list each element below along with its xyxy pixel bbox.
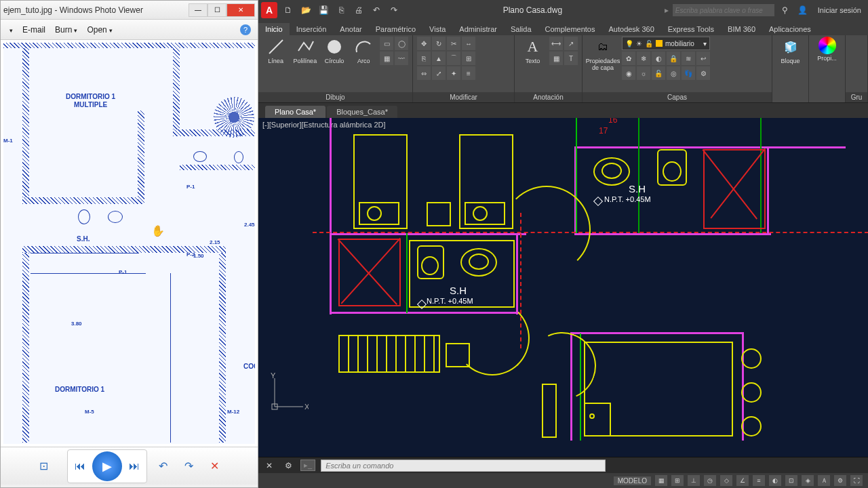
tool-stretch-icon[interactable]: ⇔	[417, 66, 431, 80]
qat-redo-icon[interactable]: ↷	[387, 3, 401, 17]
tab-inicio[interactable]: Inicio	[258, 23, 290, 35]
tab-vista[interactable]: Vista	[422, 23, 452, 35]
tool-ellipse-icon[interactable]: ◯	[395, 37, 408, 50]
maximize-button[interactable]: ☐	[208, 3, 226, 17]
panel-title-anotacion[interactable]: Anotación	[515, 92, 582, 102]
tool-scale-icon[interactable]: ⤢	[432, 66, 446, 80]
tool-arco[interactable]: Arco	[351, 37, 377, 65]
layer-freeze-icon[interactable]: ❄	[637, 52, 650, 65]
qat-open-icon[interactable]: 📂	[299, 3, 313, 17]
open-menu[interactable]: Open▾	[87, 25, 112, 35]
tool-rect-icon[interactable]: ▭	[380, 37, 393, 50]
qat-plot-icon[interactable]: 🖨	[352, 3, 366, 17]
next-button[interactable]: ⏭	[125, 457, 144, 476]
layer-state-icon[interactable]: ⚙	[696, 66, 710, 80]
layer-cur-icon[interactable]: ◎	[667, 66, 680, 80]
tab-salida[interactable]: Salida	[504, 23, 538, 35]
layer-off-icon[interactable]: ◐	[652, 52, 665, 65]
tool-hatch-icon[interactable]: ▦	[380, 52, 393, 65]
tab-insercion[interactable]: Inserción	[290, 23, 334, 35]
tool-trim-icon[interactable]: ✂	[447, 37, 460, 50]
pv-titlebar[interactable]: ejem_tuto.jpg - Windows Photo Viewer — ☐…	[1, 1, 258, 20]
tool-spline-icon[interactable]: 〰	[395, 52, 408, 65]
panel-title-modificar[interactable]: Modificar	[413, 92, 514, 102]
layer-iso-icon[interactable]: ✿	[622, 52, 635, 65]
layer-walk-icon[interactable]: 👣	[682, 66, 695, 80]
tab-parametrico[interactable]: Paramétrico	[369, 23, 422, 35]
iso-toggle-icon[interactable]: ◈	[802, 475, 814, 486]
layer-unlock-icon[interactable]: 🔓	[652, 66, 665, 80]
tool-offset-icon[interactable]: ≡	[462, 66, 475, 80]
user-icon[interactable]: 👤	[796, 3, 810, 17]
acad-titlebar[interactable]: A 🗋 📂 💾 ⎘ 🖨 ↶ ↷ Plano Casa.dwg ▸ ⚲ 👤 Ini…	[258, 0, 868, 20]
tool-dim-icon[interactable]: ⟷	[549, 37, 563, 50]
app-menu-button[interactable]: A	[261, 2, 277, 18]
slideshow-button[interactable]: ▶	[92, 451, 122, 481]
rotate-ccw-button[interactable]: ↶	[154, 457, 173, 476]
qat-new-icon[interactable]: 🗋	[281, 3, 295, 17]
tool-move-icon[interactable]: ✥	[417, 37, 431, 50]
command-input[interactable]	[321, 460, 606, 472]
panel-title-gru[interactable]: Gru	[846, 92, 867, 102]
tool-layerprops[interactable]: 🗂Propiedades de capa	[587, 37, 619, 72]
lwt-toggle-icon[interactable]: ≡	[753, 475, 765, 486]
infocenter-icon[interactable]: ⚲	[778, 3, 792, 17]
tool-explode-icon[interactable]: ✦	[447, 66, 460, 80]
filetab-bloques[interactable]: Bloques_Casa*	[327, 106, 397, 118]
close-button[interactable]: ✕	[226, 3, 255, 17]
tool-fillet-icon[interactable]: ⌒	[447, 52, 460, 65]
cmd-options-icon[interactable]: ⚙	[281, 459, 295, 472]
tool-copy-icon[interactable]: ⎘	[417, 52, 431, 65]
tab-complementos[interactable]: Complementos	[538, 23, 602, 35]
pv-image-area[interactable]: DORMITORIO 1 MULTIPLE S.H. DORMITORIO 1 …	[1, 40, 258, 447]
tool-linea[interactable]: Línea	[262, 37, 289, 65]
cleanscreen-icon[interactable]: ⛶	[850, 475, 863, 486]
tab-administrar[interactable]: Administrar	[452, 23, 504, 35]
osnap-toggle-icon[interactable]: ◇	[720, 475, 732, 486]
viewport-label[interactable]: [-][Superior][Estructura alámbrica 2D]	[262, 121, 386, 129]
tab-express[interactable]: Express Tools	[661, 23, 721, 35]
rotate-cw-button[interactable]: ↷	[180, 457, 199, 476]
transparency-icon[interactable]: ◐	[769, 475, 781, 486]
polar-toggle-icon[interactable]: ◷	[704, 475, 716, 486]
tool-texto[interactable]: ATexto	[519, 37, 547, 65]
qat-save-icon[interactable]: 💾	[317, 3, 330, 17]
filetab-plano[interactable]: Plano Casa*	[265, 106, 326, 118]
tool-propi[interactable]: Propi...	[813, 37, 841, 62]
search-input[interactable]	[673, 4, 774, 16]
prev-button[interactable]: ⏮	[71, 457, 90, 476]
tool-bloque[interactable]: 🧊Bloque	[776, 37, 804, 65]
help-icon[interactable]: ?	[240, 24, 251, 35]
qat-undo-icon[interactable]: ↶	[370, 3, 383, 17]
tab-anotar[interactable]: Anotar	[333, 23, 368, 35]
workspace-icon[interactable]: ⚙	[834, 475, 846, 486]
grid-toggle-icon[interactable]: ▦	[655, 475, 667, 486]
tool-polilinea[interactable]: Polilínea	[292, 37, 318, 65]
layer-match-icon[interactable]: ≋	[682, 52, 695, 65]
minimize-button[interactable]: —	[189, 3, 208, 17]
panel-title-capas[interactable]: Capas	[583, 92, 772, 102]
delete-button[interactable]: ✕	[205, 457, 224, 476]
email-button[interactable]: E-mail	[22, 25, 45, 35]
file-menu[interactable]: ▾	[7, 25, 13, 35]
tool-extend-icon[interactable]: ↔	[462, 37, 475, 50]
tool-circulo[interactable]: Círculo	[321, 37, 348, 65]
qat-saveas-icon[interactable]: ⎘	[334, 3, 348, 17]
burn-menu[interactable]: Burn▾	[55, 25, 77, 35]
layer-lock-icon[interactable]: 🔒	[667, 52, 680, 65]
layer-on-icon[interactable]: ◉	[622, 66, 635, 80]
annoscale-icon[interactable]: Ａ	[818, 475, 830, 486]
otrack-toggle-icon[interactable]: ∠	[736, 475, 749, 486]
tool-mtext-icon[interactable]: T	[564, 52, 578, 65]
fit-button[interactable]: ⊡	[35, 457, 54, 476]
cmd-close-icon[interactable]: ✕	[262, 459, 276, 472]
tool-mirror-icon[interactable]: ▲	[432, 52, 446, 65]
layer-dropdown[interactable]: 💡☀🔓 mobiliario ▾	[622, 37, 710, 50]
ortho-toggle-icon[interactable]: ⊥	[688, 475, 700, 486]
tab-aplicaciones[interactable]: Aplicaciones	[762, 23, 818, 35]
layer-prev-icon[interactable]: ↩	[696, 52, 710, 65]
panel-title-dibujo[interactable]: Dibujo	[258, 92, 412, 102]
tool-array-icon[interactable]: ⊞	[462, 52, 475, 65]
signin-button[interactable]: Iniciar sesión	[814, 6, 865, 14]
snap-toggle-icon[interactable]: ⊞	[671, 475, 684, 486]
